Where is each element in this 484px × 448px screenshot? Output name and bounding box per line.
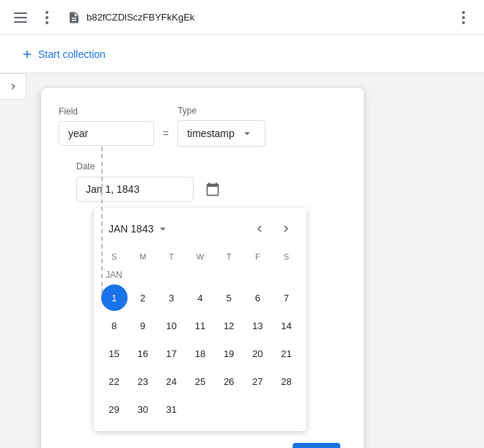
- month-dropdown-icon: [156, 222, 169, 235]
- calendar-day[interactable]: 20: [244, 340, 271, 367]
- dropdown-arrow-icon: [241, 127, 254, 140]
- calendar-day[interactable]: 21: [273, 340, 299, 367]
- month-year-label: JAN 1843: [109, 223, 153, 235]
- svg-rect-2: [14, 21, 27, 23]
- dashed-line: [101, 147, 103, 293]
- date-section: Date JAN 1843: [76, 161, 346, 431]
- calendar-day[interactable]: 19: [216, 340, 242, 367]
- cancel-button[interactable]: Cancel: [231, 443, 287, 448]
- chevron-right-icon: [7, 81, 19, 92]
- calendar-month-label: JAN: [94, 267, 307, 283]
- type-label: Type: [177, 106, 265, 116]
- calendar-day[interactable]: 27: [244, 368, 271, 394]
- add-button[interactable]: Add: [293, 443, 340, 448]
- chevron-right-cal-icon: [279, 222, 293, 235]
- calendar-icon: [205, 182, 220, 197]
- main-content: Field = Type timestamp Date: [26, 88, 484, 448]
- calendar-day[interactable]: 17: [158, 340, 185, 367]
- calendar-day[interactable]: 23: [130, 368, 156, 394]
- calendar-day[interactable]: 18: [187, 340, 213, 367]
- type-column: Type timestamp: [177, 106, 265, 147]
- date-label: Date: [76, 161, 346, 172]
- calendar-day[interactable]: 6: [244, 284, 271, 311]
- date-input-row: [76, 176, 346, 202]
- tab-title: b82fCZDlSczFBYFkKgEk: [87, 12, 446, 23]
- calendar-dropdown: JAN 1843: [94, 208, 307, 431]
- calendar-day[interactable]: 30: [130, 396, 156, 422]
- calendar-day[interactable]: 4: [187, 284, 213, 311]
- svg-point-4: [45, 16, 48, 19]
- calendar-day[interactable]: 16: [130, 340, 156, 367]
- calendar-day[interactable]: 26: [216, 368, 242, 394]
- calendar-day[interactable]: 2: [130, 284, 156, 311]
- calendar-day[interactable]: 12: [216, 312, 242, 339]
- start-collection-label: Start collection: [38, 48, 106, 60]
- start-collection-button[interactable]: Start collection: [12, 42, 114, 67]
- modal-card: Field = Type timestamp Date: [41, 88, 364, 448]
- calendar-day[interactable]: 1: [101, 284, 128, 311]
- prev-month-button[interactable]: [248, 217, 271, 240]
- svg-point-8: [462, 21, 465, 24]
- calendar-day[interactable]: 28: [273, 368, 299, 394]
- field-column: Field: [59, 106, 154, 146]
- day-of-week-header: T: [157, 249, 186, 264]
- cal-nav-buttons: [248, 217, 298, 240]
- top-bar: b82fCZDlSczFBYFkKgEk: [0, 0, 484, 35]
- more-dots-button[interactable]: [35, 6, 59, 29]
- calendar-day[interactable]: 24: [158, 368, 185, 394]
- sidebar-toggle-button[interactable]: [0, 73, 26, 100]
- calendar-day[interactable]: 31: [158, 396, 185, 422]
- day-of-week-header: T: [215, 249, 243, 264]
- svg-point-3: [45, 11, 48, 14]
- tab-more-button[interactable]: [452, 6, 475, 29]
- day-of-week-header: W: [186, 249, 214, 264]
- date-input[interactable]: [76, 177, 194, 202]
- equals-sign: =: [163, 128, 169, 139]
- svg-rect-1: [14, 17, 27, 18]
- calendar-day[interactable]: 29: [101, 396, 128, 422]
- calendar-day[interactable]: 3: [158, 284, 185, 311]
- day-of-week-header: S: [272, 249, 301, 264]
- type-value: timestamp: [187, 128, 235, 139]
- calendar-header: JAN 1843: [94, 214, 307, 243]
- calendar-icon-button[interactable]: [199, 176, 226, 202]
- calendar-day[interactable]: 7: [273, 284, 299, 311]
- type-select[interactable]: timestamp: [177, 120, 265, 147]
- calendar-day[interactable]: 25: [187, 368, 213, 394]
- calendar-day[interactable]: 22: [101, 368, 128, 394]
- document-icon: [67, 11, 81, 24]
- day-of-week-header: M: [128, 249, 157, 264]
- day-of-week-header: S: [100, 249, 128, 264]
- days-grid: 1234567891011121314151617181920212223242…: [94, 284, 307, 422]
- calendar-day[interactable]: 9: [130, 312, 156, 339]
- calendar-day[interactable]: 8: [101, 312, 128, 339]
- calendar-day: [187, 396, 213, 422]
- calendar-day[interactable]: 15: [101, 340, 128, 367]
- chevron-left-icon: [253, 222, 266, 235]
- top-bar-icons: [9, 6, 59, 29]
- calendar-day: [216, 396, 242, 422]
- month-year-button[interactable]: JAN 1843: [103, 219, 175, 238]
- calendar-day[interactable]: 13: [244, 312, 271, 339]
- svg-point-6: [462, 11, 465, 14]
- calendar-day[interactable]: 5: [216, 284, 242, 311]
- svg-point-5: [45, 21, 48, 24]
- svg-rect-0: [14, 12, 27, 14]
- day-of-week-header: F: [243, 249, 272, 264]
- calendar-day[interactable]: 10: [158, 312, 185, 339]
- day-of-week-row: SMTWTFS: [94, 249, 307, 264]
- svg-point-7: [462, 16, 465, 19]
- calendar-day[interactable]: 11: [187, 312, 213, 339]
- field-input[interactable]: [59, 121, 154, 146]
- field-label: Field: [59, 106, 154, 117]
- action-buttons: Cancel Add: [59, 443, 346, 448]
- calendar-day: [244, 396, 271, 422]
- calendar-day[interactable]: 14: [273, 312, 299, 339]
- hamburger-menu-button[interactable]: [9, 6, 32, 29]
- second-bar: Start collection: [0, 35, 484, 73]
- plus-icon: [21, 48, 34, 61]
- field-type-row: Field = Type timestamp: [59, 106, 346, 147]
- next-month-button[interactable]: [274, 217, 298, 240]
- calendar-day: [273, 396, 299, 422]
